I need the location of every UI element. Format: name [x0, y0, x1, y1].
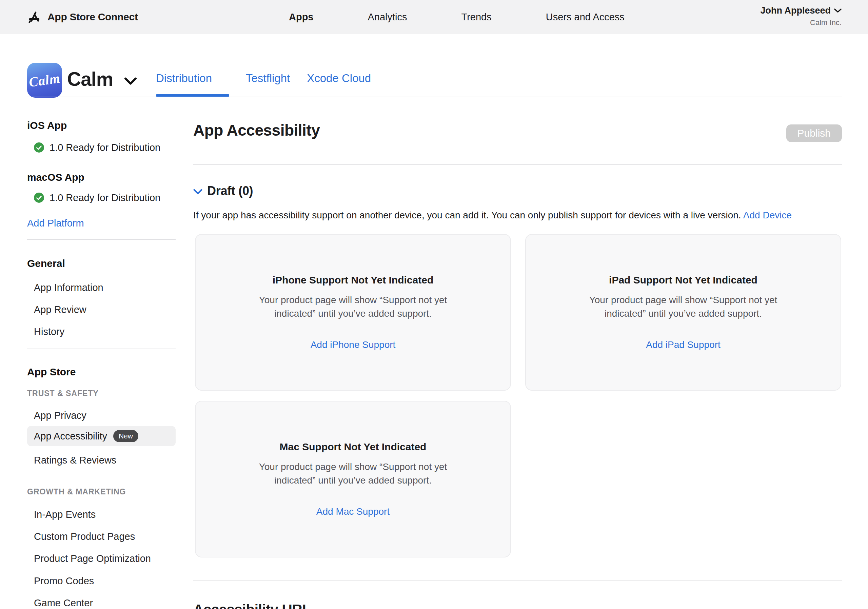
- add-iphone-support-link[interactable]: Add iPhone Support: [311, 339, 396, 350]
- sidebar-group-label-trust-safety: TRUST & SAFETY: [27, 388, 176, 398]
- add-mac-support-link[interactable]: Add Mac Support: [316, 506, 390, 517]
- sidebar-item-in-app-events[interactable]: In-App Events: [27, 508, 176, 521]
- publish-button[interactable]: Publish: [786, 124, 842, 142]
- sidebar-item-ios-version-status[interactable]: 1.0 Ready for Distribution: [27, 141, 176, 154]
- sidebar: iOS App 1.0 Ready for Distribution macOS…: [27, 112, 176, 609]
- main-content: App Accessibility Publish Draft (0) If y…: [193, 112, 842, 609]
- card-title: iPad Support Not Yet Indicated: [609, 274, 758, 286]
- brand-title: App Store Connect: [48, 11, 138, 23]
- draft-section-title: Draft (0): [207, 184, 253, 198]
- check-circle-icon: [34, 143, 44, 153]
- section-divider: [193, 581, 842, 581]
- user-name: John Appleseed: [760, 5, 831, 16]
- sidebar-item-promo-codes[interactable]: Promo Codes: [27, 574, 176, 587]
- chevron-down-icon[interactable]: [193, 189, 202, 195]
- active-tab-underline: [156, 94, 229, 97]
- tab-testflight[interactable]: Testflight: [246, 72, 290, 85]
- draft-section-header: Draft (0): [193, 184, 253, 198]
- chevron-down-icon[interactable]: [124, 77, 137, 85]
- card-title: iPhone Support Not Yet Indicated: [273, 274, 433, 286]
- sidebar-item-custom-product-pages[interactable]: Custom Product Pages: [27, 530, 176, 543]
- tab-distribution[interactable]: Distribution: [156, 72, 229, 85]
- sidebar-item-macos-version-status[interactable]: 1.0 Ready for Distribution: [27, 191, 176, 205]
- page-title: App Accessibility: [193, 121, 320, 139]
- card-body: Your product page will show “Support not…: [241, 293, 465, 321]
- accessibility-url-section-title: Accessibility URL: [193, 601, 311, 609]
- add-device-link[interactable]: Add Device: [743, 210, 792, 220]
- sidebar-divider: [27, 239, 176, 240]
- nav-item-trends[interactable]: Trends: [462, 11, 491, 23]
- user-organization: Calm Inc.: [760, 18, 842, 27]
- app-store-connect-logo-icon: [26, 9, 42, 25]
- tab-xcode-cloud[interactable]: Xcode Cloud: [307, 72, 371, 85]
- calm-app-icon-script: Calm: [28, 70, 61, 90]
- new-badge: New: [113, 430, 138, 442]
- sidebar-item-app-review[interactable]: App Review: [27, 303, 176, 316]
- sidebar-item-ratings-reviews[interactable]: Ratings & Reviews: [27, 453, 176, 467]
- sidebar-item-game-center[interactable]: Game Center: [27, 596, 176, 609]
- sidebar-item-app-privacy[interactable]: App Privacy: [27, 409, 176, 422]
- user-menu[interactable]: John Appleseed Calm Inc.: [760, 5, 842, 27]
- nav-item-analytics[interactable]: Analytics: [368, 11, 407, 23]
- sidebar-item-app-accessibility-selected[interactable]: App Accessibility New: [27, 426, 176, 446]
- header-divider: [27, 97, 842, 97]
- sidebar-group-label-growth-marketing: GROWTH & MARKETING: [27, 487, 176, 497]
- add-platform-link[interactable]: Add Platform: [27, 216, 176, 230]
- sidebar-heading-ios-app: iOS App: [27, 119, 176, 132]
- section-divider: [193, 164, 842, 165]
- app-tabs: Distribution Testflight Xcode Cloud: [156, 72, 371, 85]
- iphone-support-card: iPhone Support Not Yet Indicated Your pr…: [195, 234, 511, 391]
- sidebar-item-app-information[interactable]: App Information: [27, 281, 176, 294]
- add-ipad-support-link[interactable]: Add iPad Support: [646, 339, 721, 350]
- sidebar-divider: [27, 349, 176, 349]
- card-body: Your product page will show “Support not…: [571, 293, 795, 321]
- card-body: Your product page will show “Support not…: [241, 460, 465, 487]
- top-bar: App Store Connect Apps Analytics Trends …: [0, 0, 868, 34]
- chevron-down-icon: [834, 8, 842, 13]
- draft-description: If your app has accessibility support on…: [193, 209, 792, 222]
- nav-item-users-and-access[interactable]: Users and Access: [546, 11, 625, 23]
- check-circle-icon: [34, 192, 44, 203]
- top-navigation: Apps Analytics Trends Users and Access: [289, 0, 625, 34]
- sidebar-heading-macos-app: macOS App: [27, 170, 176, 184]
- page: App Store Connect Apps Analytics Trends …: [0, 0, 868, 609]
- device-support-cards: iPhone Support Not Yet Indicated Your pr…: [195, 234, 841, 558]
- nav-item-apps[interactable]: Apps: [289, 11, 314, 23]
- ipad-support-card: iPad Support Not Yet Indicated Your prod…: [525, 234, 841, 391]
- mac-support-card: Mac Support Not Yet Indicated Your produ…: [195, 401, 511, 558]
- app-title[interactable]: Calm: [67, 68, 113, 90]
- sidebar-heading-app-store: App Store: [27, 365, 176, 379]
- sidebar-heading-general: General: [27, 257, 176, 270]
- card-title: Mac Support Not Yet Indicated: [280, 441, 426, 452]
- app-store-connect-home-link[interactable]: App Store Connect: [26, 0, 138, 34]
- calm-app-icon[interactable]: Calm: [27, 63, 62, 98]
- sidebar-item-history[interactable]: History: [27, 325, 176, 338]
- sidebar-item-product-page-optimization[interactable]: Product Page Optimization: [27, 552, 176, 565]
